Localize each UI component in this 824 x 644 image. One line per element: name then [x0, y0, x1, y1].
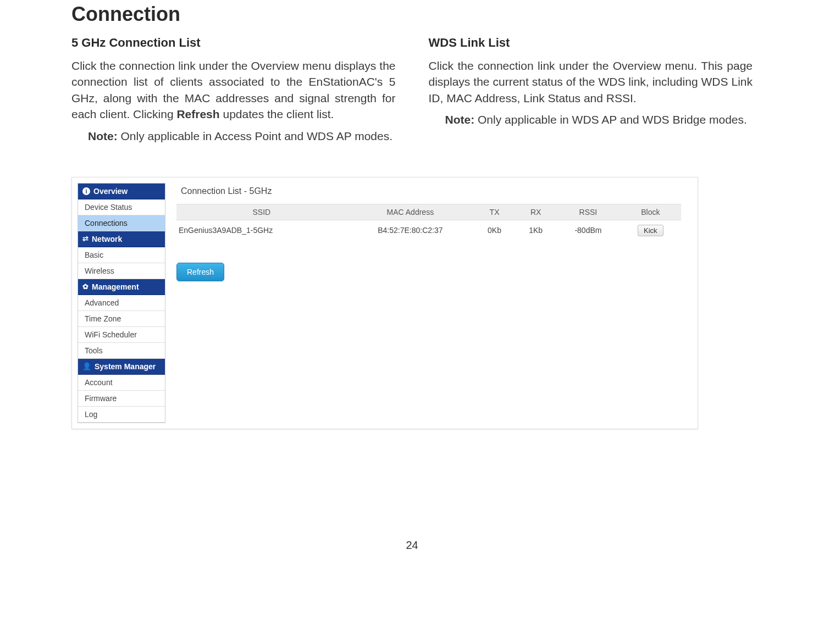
sidebar-header-overview[interactable]: i Overview — [78, 184, 165, 199]
page-title: Connection — [71, 3, 753, 26]
note-label: Note: — [445, 113, 475, 126]
left-note: Note: Only applicable in Access Point an… — [71, 128, 396, 144]
right-body-text: Click the connection link under the Over… — [429, 58, 753, 106]
cell-tx: 0Kb — [474, 220, 515, 241]
sidebar-header-label: Network — [92, 235, 122, 243]
note-text: Only applicable in WDS AP and WDS Bridge… — [474, 113, 747, 126]
section-heading-5ghz: 5 GHz Connection List — [71, 36, 396, 50]
table-row: EnGenius3A9ADB_1-5GHz B4:52:7E:80:C2:37 … — [176, 220, 681, 241]
left-body-post: updates the client list. — [220, 108, 334, 120]
sidebar-item-log[interactable]: Log — [78, 407, 165, 423]
cell-block: Kick — [620, 220, 681, 241]
sidebar: i Overview Device Status Connections ⇄ N… — [78, 183, 165, 423]
sidebar-item-tools[interactable]: Tools — [78, 343, 165, 359]
col-rssi: RSSI — [556, 204, 620, 220]
sidebar-header-network[interactable]: ⇄ Network — [78, 231, 165, 247]
info-icon: i — [82, 187, 90, 195]
panel-title: Connection List - 5GHz — [181, 186, 681, 196]
sidebar-item-wifi-scheduler[interactable]: WiFi Scheduler — [78, 327, 165, 343]
note-label: Note: — [88, 130, 118, 142]
col-block: Block — [620, 204, 681, 220]
main-panel: Connection List - 5GHz SSID MAC Address … — [165, 183, 692, 285]
user-icon: 👤 — [82, 362, 91, 370]
left-column: 5 GHz Connection List Click the connecti… — [71, 36, 396, 144]
page-number: 24 — [71, 539, 753, 552]
sidebar-item-firmware[interactable]: Firmware — [78, 391, 165, 407]
doc-columns: 5 GHz Connection List Click the connecti… — [71, 36, 753, 144]
admin-screenshot: i Overview Device Status Connections ⇄ N… — [71, 177, 698, 429]
network-icon: ⇄ — [82, 235, 89, 243]
refresh-word: Refresh — [176, 108, 219, 120]
col-mac: MAC Address — [347, 204, 474, 220]
col-rx: RX — [515, 204, 556, 220]
sidebar-header-label: Overview — [93, 187, 128, 196]
sidebar-item-account[interactable]: Account — [78, 375, 165, 391]
gear-icon: ✿ — [82, 282, 89, 291]
sidebar-item-basic[interactable]: Basic — [78, 247, 165, 263]
section-heading-wds: WDS Link List — [429, 36, 753, 50]
cell-mac: B4:52:7E:80:C2:37 — [347, 220, 474, 241]
sidebar-header-label: System Manager — [95, 362, 156, 371]
connection-table: SSID MAC Address TX RX RSSI Block EnGeni… — [176, 204, 681, 241]
sidebar-header-management[interactable]: ✿ Management — [78, 279, 165, 295]
sidebar-header-system-manager[interactable]: 👤 System Manager — [78, 359, 165, 375]
sidebar-header-label: Management — [92, 282, 139, 291]
cell-ssid: EnGenius3A9ADB_1-5GHz — [176, 220, 347, 241]
cell-rx: 1Kb — [515, 220, 556, 241]
sidebar-item-timezone[interactable]: Time Zone — [78, 311, 165, 327]
sidebar-item-advanced[interactable]: Advanced — [78, 295, 165, 311]
right-column: WDS Link List Click the connection link … — [429, 36, 753, 144]
left-body-text: Click the connection link under the Over… — [71, 58, 396, 123]
kick-button[interactable]: Kick — [638, 225, 663, 236]
col-tx: TX — [474, 204, 515, 220]
cell-rssi: -80dBm — [556, 220, 620, 241]
refresh-button[interactable]: Refresh — [176, 263, 224, 281]
note-text: Only applicable in Access Point and WDS … — [118, 130, 392, 142]
right-note: Note: Only applicable in WDS AP and WDS … — [429, 112, 753, 127]
sidebar-item-connections[interactable]: Connections — [78, 215, 165, 231]
sidebar-item-device-status[interactable]: Device Status — [78, 199, 165, 215]
col-ssid: SSID — [176, 204, 347, 220]
sidebar-item-wireless[interactable]: Wireless — [78, 263, 165, 279]
